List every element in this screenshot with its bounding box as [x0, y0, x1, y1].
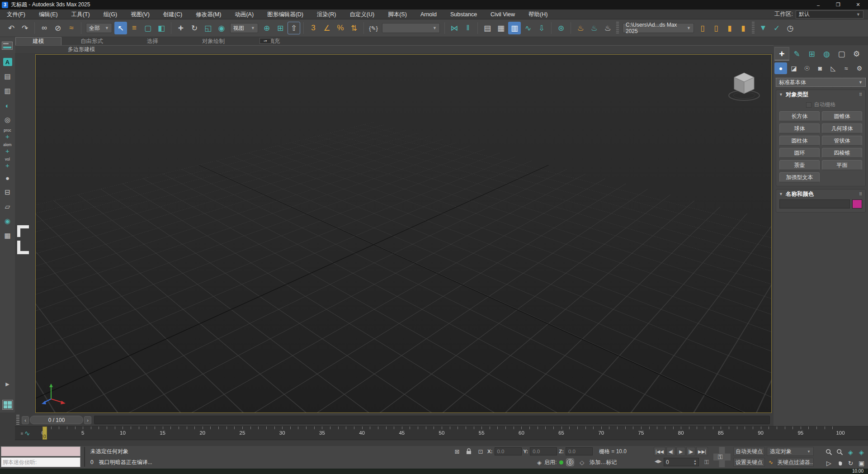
zoom-icon[interactable] [824, 447, 834, 457]
autobackup-clock-icon[interactable]: ◷ [784, 22, 797, 34]
teal-sphere-icon[interactable]: ◉ [2, 215, 14, 227]
select-by-name-icon[interactable]: ≡ [128, 22, 141, 34]
menu-item-8[interactable]: 图形编辑器(D) [260, 9, 310, 19]
notification-count-badge[interactable]: 0 [566, 458, 574, 466]
create-tab[interactable]: + [774, 47, 789, 61]
primitive-button-3[interactable]: 几何球体 [822, 123, 862, 133]
align-icon[interactable]: ‖ [462, 22, 474, 34]
pin-icon[interactable]: ◎ [2, 114, 14, 126]
select-and-place-icon[interactable]: ◉ [215, 22, 228, 34]
utility-tool-icon-3[interactable]: ▮ [723, 22, 736, 34]
toggle-scene-explorer-icon[interactable]: ▤ [481, 22, 494, 34]
minimize-button[interactable]: – [808, 0, 828, 9]
menu-item-15[interactable]: 帮助(H) [522, 9, 554, 19]
panel-grid-icon[interactable]: ▦ [2, 230, 14, 242]
modify-tab[interactable]: ✎ [789, 47, 804, 61]
go-to-start-button[interactable]: |◀◀ [654, 447, 665, 456]
zoom-extents-icon[interactable]: ◈ [845, 447, 856, 457]
layers-stack-icon[interactable]: ⊟ [2, 186, 14, 198]
viewport-layout-tabs-icon[interactable] [2, 400, 13, 410]
hierarchy-tab[interactable]: ⊞ [804, 47, 819, 61]
curve-editor-icon[interactable]: ∿ [522, 22, 534, 34]
utilities-tab[interactable]: ⚙ [849, 47, 864, 61]
key-selection-set-dropdown[interactable]: 选定对象 ▼ [767, 447, 814, 456]
primitive-button-9[interactable]: 平面 [822, 160, 862, 170]
selection-lock-icon[interactable] [464, 447, 474, 456]
menu-item-0[interactable]: 文件(F) [0, 9, 32, 19]
display-tab[interactable]: ▢ [834, 47, 849, 61]
maximize-viewport-toggle-icon[interactable]: ▣ [856, 458, 867, 468]
use-pivot-point-center-icon[interactable]: ⊕ [260, 22, 273, 34]
geometry-subtab[interactable]: ● [774, 62, 787, 74]
default-in-out-tangents-icon[interactable]: ∿ [767, 458, 775, 467]
scene-safety-shield-icon[interactable]: ◈ [537, 459, 542, 466]
save-file-icon[interactable]: ▼ [757, 22, 769, 34]
maxscript-mini-listener-output[interactable] [1, 446, 80, 456]
time-slider[interactable]: 0 / 100 [30, 416, 83, 424]
menu-item-6[interactable]: 修改器(M) [189, 9, 228, 19]
arnold-alembic-icon[interactable]: alem+ [2, 143, 14, 155]
ribbon-collapse-button[interactable]: ▪▾ [259, 38, 271, 44]
unlink-selection-icon[interactable]: ⊘ [52, 22, 64, 34]
view-cube[interactable] [723, 67, 765, 107]
snaps-toggle-3d-icon[interactable]: 3 [307, 22, 320, 34]
redo-icon[interactable]: ↷ [19, 22, 31, 34]
menu-item-9[interactable]: 渲染(R) [310, 9, 343, 19]
keyboard-shortcut-override-icon[interactable]: ⇧ [288, 22, 300, 34]
spinner-snap-icon[interactable]: ⇅ [348, 22, 360, 34]
object-type-rollout-header[interactable]: ▼ 对象类型 ⠿ [776, 90, 865, 99]
close-button[interactable]: ✕ [848, 0, 868, 9]
bind-to-space-warp-icon[interactable]: ≈ [65, 22, 78, 34]
cameras-subtab[interactable]: ◙ [814, 62, 826, 74]
object-color-swatch[interactable] [852, 199, 862, 209]
zoom-extents-all-icon[interactable]: ◈ [856, 447, 867, 457]
perspective-viewport[interactable] [35, 54, 772, 413]
primitive-button-0[interactable]: 长方体 [779, 111, 820, 121]
utility-tool-icon-4[interactable]: ▮ [737, 22, 750, 34]
y-coordinate-field[interactable]: 0.0 [530, 447, 557, 455]
utility-tool-icon-2[interactable]: ▯ [710, 22, 722, 34]
primitive-button-5[interactable]: 管状体 [822, 136, 862, 146]
project-folder-dropdown[interactable]: C:\Users\Ad...ds Max 2025▼ [623, 23, 694, 33]
menu-item-5[interactable]: 创建(C) [156, 9, 189, 19]
set-key-big-button[interactable] [713, 447, 731, 467]
menu-item-2[interactable]: 工具(T) [65, 9, 97, 19]
named-selection-sets-dropdown[interactable]: ▼ [382, 23, 440, 33]
previous-frame-button[interactable]: ◀| [666, 447, 675, 456]
menu-item-13[interactable]: Substance [443, 9, 484, 19]
space-warps-subtab[interactable]: ≈ [840, 62, 853, 74]
menu-item-3[interactable]: 组(G) [97, 9, 124, 19]
ribbon-tab-1[interactable]: 自由形式 [61, 38, 123, 45]
mirror-icon[interactable]: ⋈ [448, 22, 461, 34]
menu-item-4[interactable]: 视图(V) [124, 9, 156, 19]
zoom-region-icon[interactable]: ▷ [824, 458, 834, 468]
doc-panel-icon[interactable]: ▥ [2, 85, 14, 97]
angle-snap-icon[interactable]: ∠ [321, 22, 333, 34]
render-production-icon[interactable]: ♨ [601, 22, 614, 34]
material-sphere-icon[interactable]: ◐ [2, 100, 14, 111]
undo-icon[interactable]: ↶ [5, 22, 18, 34]
maximize-button[interactable]: ❐ [828, 0, 848, 9]
menu-item-11[interactable]: 脚本(S) [381, 9, 414, 19]
toolbar-drag-handle[interactable] [616, 22, 619, 34]
mini-curve-editor-button[interactable]: ∿ [18, 428, 33, 438]
window-crossing-icon[interactable]: ◧ [155, 22, 168, 34]
key-filters-button[interactable]: 关键点过滤器.. [777, 458, 814, 467]
select-and-manipulate-icon[interactable]: ⊞ [274, 22, 287, 34]
ribbon-tab-3[interactable]: 对象绘制 [183, 38, 244, 45]
primitive-button-2[interactable]: 球体 [779, 123, 820, 133]
edit-named-selection-sets-icon[interactable]: {✎} [367, 22, 380, 34]
helpers-subtab[interactable]: ◺ [827, 62, 840, 74]
toggle-layer-explorer-icon[interactable]: ▦ [495, 22, 507, 34]
absolute-offset-toggle-icon[interactable]: ⊡ [476, 447, 486, 456]
next-frame-button[interactable]: |▶ [686, 447, 695, 456]
primitive-button-8[interactable]: 茶壶 [779, 160, 820, 170]
frame-nudge-arrows[interactable]: ◀▶ [655, 459, 661, 464]
toolbar-drag-handle[interactable] [752, 22, 755, 34]
ribbon-tab-2[interactable]: 选择 [122, 38, 183, 45]
shapes-subtab[interactable]: ◪ [788, 62, 800, 74]
menu-item-10[interactable]: 自定义(U) [343, 9, 381, 19]
zoom-all-icon[interactable] [835, 447, 845, 457]
x-coordinate-field[interactable]: 0.0 [495, 447, 522, 455]
percent-snap-icon[interactable]: % [334, 22, 347, 34]
